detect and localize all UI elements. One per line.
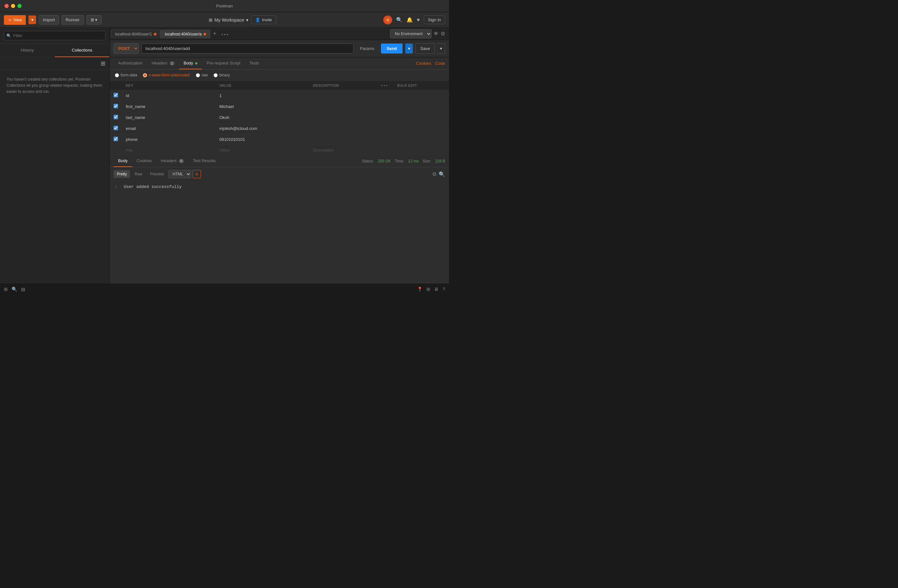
line-number: 1 bbox=[115, 184, 117, 189]
save-dropdown-button[interactable]: ▾ bbox=[437, 43, 445, 54]
location-icon[interactable]: 📍 bbox=[417, 287, 423, 292]
preview-view-button[interactable]: Preview bbox=[147, 170, 167, 178]
tab-body[interactable]: Body bbox=[179, 57, 202, 69]
response-body: 1 User added successfully bbox=[110, 181, 449, 284]
new-button[interactable]: ＋ New bbox=[4, 15, 26, 25]
runner-button[interactable]: Runner bbox=[62, 15, 84, 25]
row-checkbox[interactable] bbox=[114, 104, 118, 108]
tab-authorization[interactable]: Authorization bbox=[114, 57, 147, 69]
content-area: POST Params Send ▾ Save ▾ Authorization … bbox=[110, 40, 449, 284]
size-value: 228 B bbox=[435, 159, 445, 163]
row-checkbox[interactable] bbox=[114, 137, 118, 141]
row-checkbox[interactable] bbox=[114, 93, 118, 97]
sign-in-button[interactable]: Sign In bbox=[424, 15, 445, 24]
code-link[interactable]: Code bbox=[435, 61, 445, 66]
eye-icon[interactable]: 👁 bbox=[434, 31, 439, 37]
table-header-row: KEY VALUE DESCRIPTION • • • Bulk Edit bbox=[110, 81, 449, 90]
workspace-label: My Workspace bbox=[214, 17, 244, 23]
search-icon[interactable]: 🔍 bbox=[396, 17, 403, 23]
copy-icon[interactable]: ⧉ bbox=[432, 171, 436, 177]
sidebar-tab-history[interactable]: History bbox=[0, 44, 55, 57]
environment-select[interactable]: No Environment bbox=[390, 29, 432, 38]
key-header: KEY bbox=[122, 81, 215, 90]
tab-label: localhost:4040/user/1 bbox=[115, 32, 152, 37]
title-bar: Postman bbox=[0, 0, 449, 12]
response-tab-headers[interactable]: Headers 6 bbox=[157, 155, 188, 167]
url-input[interactable] bbox=[141, 43, 354, 54]
more-header: • • • bbox=[377, 81, 394, 90]
request-tab-1[interactable]: localhost:4040/user/1 bbox=[111, 30, 161, 38]
tab-modified-dot bbox=[203, 33, 206, 35]
layout-icon[interactable]: ⊞ bbox=[4, 287, 8, 292]
bulk-edit-button[interactable]: Bulk Edit bbox=[394, 81, 449, 90]
new-tab-button[interactable]: + bbox=[210, 29, 219, 38]
sidebar-tabs: History Collections bbox=[0, 44, 109, 57]
response-tabs-bar: Body Cookies Headers 6 Test Results Stat… bbox=[110, 155, 449, 167]
main-layout: 🔍 History Collections ⊞ You haven't crea… bbox=[0, 28, 449, 284]
headers-response-badge: 6 bbox=[179, 159, 184, 163]
tab-label: localhost:4040/user/a bbox=[165, 32, 201, 37]
import-button[interactable]: Import bbox=[39, 15, 59, 25]
new-dropdown-button[interactable]: ▾ bbox=[28, 15, 36, 24]
settings-icon[interactable]: ⚙ bbox=[441, 31, 445, 37]
raw-option[interactable]: raw bbox=[196, 73, 208, 77]
pretty-view-button[interactable]: Pretty bbox=[114, 170, 130, 178]
grid-view-icon[interactable]: ⊞ bbox=[426, 287, 430, 292]
bell-icon[interactable]: 🔔 bbox=[406, 17, 413, 23]
send-dropdown-button[interactable]: ▾ bbox=[405, 43, 413, 54]
new-label: New bbox=[14, 17, 22, 22]
row-checkbox[interactable] bbox=[114, 115, 118, 119]
maximize-button[interactable] bbox=[17, 4, 22, 8]
send-button[interactable]: Send bbox=[381, 43, 403, 54]
params-button[interactable]: Params bbox=[356, 44, 378, 53]
form-table: KEY VALUE DESCRIPTION • • • Bulk Edit id… bbox=[110, 81, 449, 155]
close-button[interactable] bbox=[5, 4, 9, 8]
form-table-area: KEY VALUE DESCRIPTION • • • Bulk Edit id… bbox=[110, 81, 449, 155]
body-active-dot bbox=[195, 62, 197, 64]
status-value: 200 OK bbox=[378, 159, 391, 163]
response-tab-test-results[interactable]: Test Results bbox=[188, 155, 220, 167]
keyboard-icon[interactable]: ▤ bbox=[21, 287, 25, 292]
tab-prerequest[interactable]: Pre-request Script bbox=[202, 57, 245, 69]
sidebar-content: You haven't created any collections yet.… bbox=[0, 70, 109, 284]
minimize-button[interactable] bbox=[11, 4, 15, 8]
response-tab-cookies[interactable]: Cookies bbox=[132, 155, 157, 167]
form-data-option[interactable]: form-data bbox=[115, 73, 137, 77]
bottom-right-icons: 📍 ⊞ 🖥 ? bbox=[417, 287, 445, 292]
tab-modified-dot bbox=[154, 33, 157, 35]
help-icon[interactable]: ? bbox=[443, 287, 445, 292]
x-www-form-urlencoded-option[interactable]: x-www-form-urlencoded bbox=[143, 73, 190, 77]
find-icon[interactable]: 🔍 bbox=[12, 287, 17, 292]
sync-icon[interactable]: ◎ bbox=[383, 15, 392, 25]
header-area: localhost:4040/user/1 localhost:4040/use… bbox=[110, 28, 449, 40]
placeholder-row: Key Value Description bbox=[110, 145, 449, 155]
tab-tests[interactable]: Tests bbox=[245, 57, 263, 69]
request-tab-2[interactable]: localhost:4040/user/a bbox=[161, 30, 210, 38]
table-row: email mjokoh@icloud.com bbox=[110, 123, 449, 134]
raw-view-button[interactable]: Raw bbox=[131, 170, 146, 178]
method-select[interactable]: POST bbox=[114, 43, 139, 54]
response-tab-body[interactable]: Body bbox=[114, 155, 132, 167]
save-button[interactable]: Save bbox=[415, 43, 435, 54]
heart-icon[interactable]: ♥ bbox=[417, 17, 420, 23]
user-icon: 👤 bbox=[255, 17, 260, 22]
format-select[interactable]: HTML bbox=[168, 170, 191, 178]
add-collection-button[interactable]: ⊞ bbox=[101, 60, 106, 67]
more-tabs-button[interactable]: • • • bbox=[219, 31, 231, 38]
cookies-link[interactable]: Cookies bbox=[416, 61, 431, 66]
sidebar-tab-collections[interactable]: Collections bbox=[55, 44, 110, 57]
filter-input[interactable] bbox=[4, 31, 106, 40]
search-response-icon[interactable]: 🔍 bbox=[439, 171, 445, 177]
binary-option[interactable]: binary bbox=[214, 73, 230, 77]
headers-badge: 1 bbox=[170, 61, 175, 66]
workspace-button[interactable]: ⊞ My Workspace ▾ bbox=[209, 17, 248, 23]
collection-runner-button[interactable]: ⊞ ▾ bbox=[86, 15, 102, 25]
wrap-lines-button[interactable]: ≡ bbox=[192, 170, 201, 178]
display-icon[interactable]: 🖥 bbox=[434, 287, 439, 292]
response-section: Body Cookies Headers 6 Test Results Stat… bbox=[110, 155, 449, 284]
invite-button[interactable]: 👤 Invite bbox=[251, 15, 276, 24]
sidebar-toolbar: ⊞ bbox=[0, 57, 109, 70]
row-checkbox[interactable] bbox=[114, 126, 118, 130]
tab-headers[interactable]: Headers 1 bbox=[147, 57, 179, 69]
resp-toolbar-right: ⧉ 🔍 bbox=[432, 171, 445, 177]
